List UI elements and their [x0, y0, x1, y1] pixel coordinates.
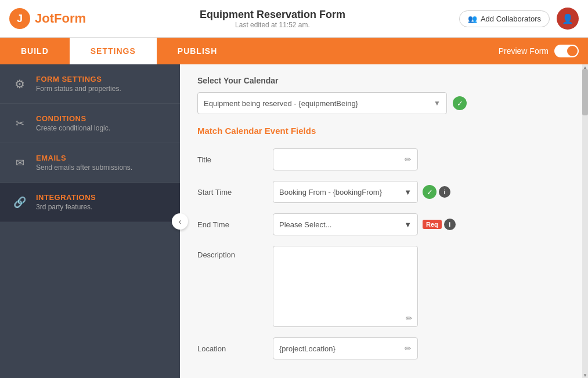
sidebar: ⚙ FORM SETTINGS Form status and properti…: [0, 64, 180, 378]
header-right: 👥 Add Collaborators 👤: [459, 8, 579, 30]
end-time-dropdown[interactable]: Please Select... ▼: [273, 213, 418, 235]
scroll-down-arrow[interactable]: ▼: [582, 372, 588, 378]
integrations-label: INTEGRATIONS: [36, 193, 96, 202]
form-subtitle: Last edited at 11:52 am.: [200, 21, 345, 29]
tab-settings[interactable]: SETTINGS: [70, 38, 157, 64]
field-row-description: Description ✏: [197, 246, 565, 327]
field-row-title: Title ✏: [197, 148, 565, 170]
form-title: Equipment Reservation Form: [200, 9, 345, 21]
nav-bar: BUILD SETTINGS PUBLISH Preview Form: [0, 38, 588, 64]
field-row-location: Location {projectLocation} ✏: [197, 337, 565, 359]
sidebar-item-conditions[interactable]: ✂ CONDITIONS Create conditional logic.: [0, 104, 180, 143]
people-icon: 👥: [468, 14, 477, 23]
svg-text:J: J: [17, 13, 23, 24]
field-row-end-time: End Time Please Select... ▼ Req i: [197, 213, 565, 235]
preview-form-area: Preview Form: [499, 45, 588, 57]
scrollbar-track[interactable]: ▲ ▼: [582, 64, 588, 378]
integrations-desc: 3rd party features.: [36, 203, 96, 211]
edit-pencil-icon: ✏: [405, 155, 412, 164]
field-row-start-time: Start Time Booking From - {bookingFrom} …: [197, 181, 565, 203]
email-icon: ✉: [12, 155, 28, 171]
form-settings-label: FORM SETTINGS: [36, 75, 121, 83]
emails-label: EMAILS: [36, 154, 132, 162]
description-textarea[interactable]: ✏: [273, 246, 418, 327]
logo: J JotForm: [9, 8, 86, 29]
tab-publish[interactable]: PUBLISH: [157, 38, 238, 64]
add-collaborators-button[interactable]: 👥 Add Collaborators: [459, 10, 550, 27]
calendar-select-row: Equipment being reserved - {equipmentBei…: [197, 92, 565, 114]
required-badge: Req: [423, 220, 442, 229]
logo-text: JotForm: [35, 11, 86, 26]
select-calendar-title: Select Your Calendar: [197, 76, 565, 85]
sidebar-item-form-settings[interactable]: ⚙ FORM SETTINGS Form status and properti…: [0, 64, 180, 104]
title-field-input[interactable]: ✏: [273, 148, 418, 170]
start-time-label: Start Time: [197, 188, 273, 197]
main-layout: ⚙ FORM SETTINGS Form status and properti…: [0, 64, 588, 378]
edit-pencil-icon: ✏: [405, 344, 412, 353]
start-time-check-icon: ✓: [423, 185, 437, 199]
chevron-down-icon: ▼: [434, 99, 441, 107]
conditions-label: CONDITIONS: [36, 114, 110, 123]
scrollbar-thumb[interactable]: [582, 69, 588, 115]
start-time-info-icon[interactable]: i: [439, 186, 450, 198]
match-fields-title: Match Calendar Event Fields: [197, 126, 565, 138]
sidebar-item-integrations[interactable]: 🔗 INTEGRATIONS 3rd party features.: [0, 183, 180, 222]
title-field-label: Title: [197, 155, 273, 164]
chevron-down-icon: ▼: [404, 220, 412, 229]
edit-pencil-icon: ✏: [406, 314, 413, 323]
start-time-status: ✓ i: [423, 185, 450, 199]
end-time-label: End Time: [197, 220, 273, 229]
content-area: Select Your Calendar Equipment being res…: [180, 64, 582, 378]
end-time-value: Please Select...: [279, 220, 331, 229]
sidebar-item-emails[interactable]: ✉ EMAILS Send emails after submissions.: [0, 143, 180, 183]
link-icon: 🔗: [12, 194, 28, 210]
preview-toggle[interactable]: [554, 45, 579, 57]
start-time-dropdown[interactable]: Booking From - {bookingFrom} ▼: [273, 181, 418, 203]
sidebar-collapse-button[interactable]: ‹: [172, 213, 188, 230]
description-label: Description: [197, 250, 273, 259]
emails-desc: Send emails after submissions.: [36, 163, 132, 172]
jotform-logo-icon: J: [9, 8, 30, 29]
preview-form-label: Preview Form: [499, 46, 549, 56]
avatar[interactable]: 👤: [557, 8, 579, 30]
chevron-left-icon: ‹: [179, 217, 182, 226]
form-settings-desc: Form status and properties.: [36, 85, 121, 93]
location-input[interactable]: {projectLocation} ✏: [273, 337, 418, 359]
toggle-knob: [567, 46, 578, 56]
add-collaborators-label: Add Collaborators: [481, 14, 541, 23]
conditions-desc: Create conditional logic.: [36, 124, 110, 132]
end-time-status: Req i: [423, 219, 456, 230]
location-value: {projectLocation}: [279, 344, 336, 353]
avatar-image: 👤: [562, 13, 573, 24]
tab-build[interactable]: BUILD: [0, 38, 70, 64]
conditions-icon: ✂: [12, 115, 28, 132]
header: J JotForm Equipment Reservation Form Las…: [0, 0, 588, 38]
scroll-up-arrow[interactable]: ▲: [582, 64, 588, 70]
calendar-check-icon: ✓: [453, 96, 467, 110]
calendar-selected-value: Equipment being reserved - {equipmentBei…: [204, 99, 358, 108]
gear-icon: ⚙: [12, 76, 28, 92]
location-label: Location: [197, 344, 273, 353]
header-center: Equipment Reservation Form Last edited a…: [200, 9, 345, 29]
end-time-info-icon[interactable]: i: [444, 219, 456, 230]
calendar-dropdown[interactable]: Equipment being reserved - {equipmentBei…: [197, 92, 447, 114]
start-time-value: Booking From - {bookingFrom}: [279, 188, 382, 197]
chevron-down-icon: ▼: [404, 188, 412, 197]
